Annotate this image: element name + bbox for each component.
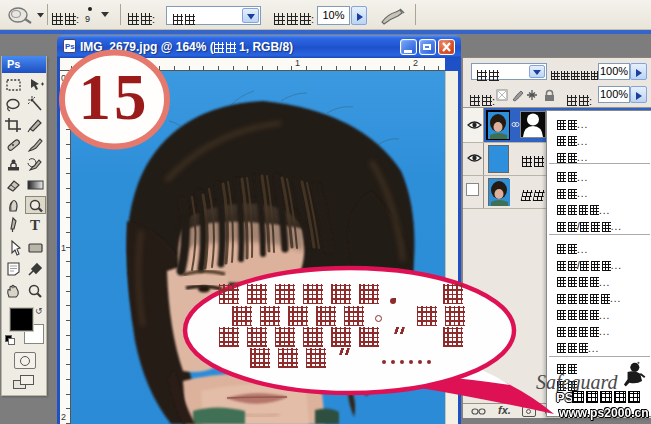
svg-text:T: T [30, 217, 40, 233]
svg-text:15: 15 [79, 61, 150, 133]
